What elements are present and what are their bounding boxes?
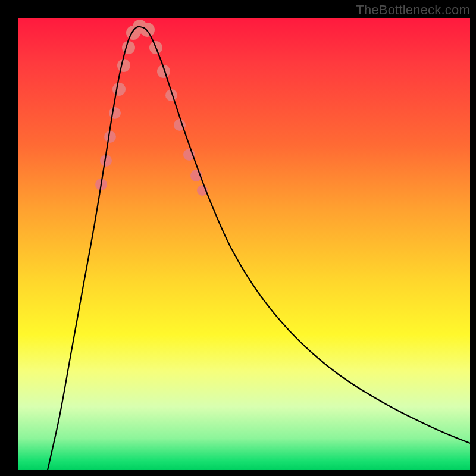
marker-dot (104, 131, 116, 143)
marker-dot (117, 59, 130, 72)
marker-dot (112, 83, 126, 96)
marker-dot (122, 41, 135, 54)
curve-layer (18, 18, 470, 470)
chart-frame: TheBottleneck.com (0, 0, 476, 476)
plot-area (18, 18, 470, 470)
marker-dot (140, 23, 155, 37)
marker-dot (109, 107, 121, 119)
highlight-markers (95, 20, 208, 196)
watermark-text: TheBottleneck.com (356, 2, 470, 18)
bottleneck-curve (48, 27, 470, 470)
